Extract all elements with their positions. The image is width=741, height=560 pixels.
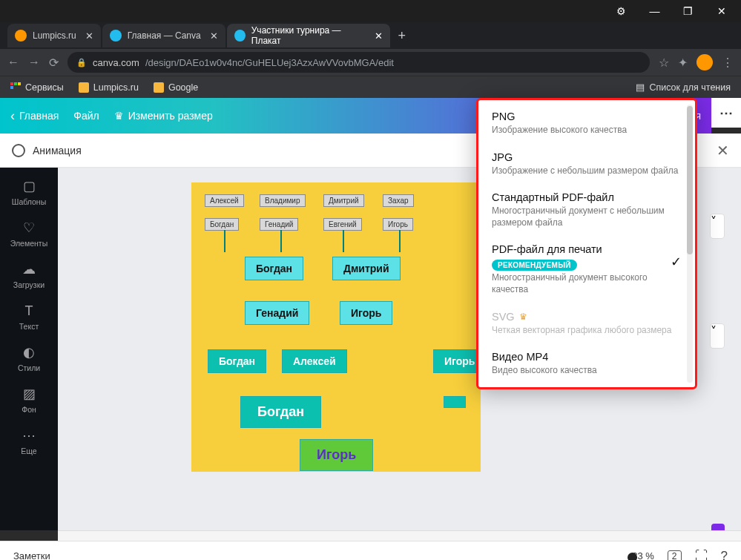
tab-label: Главная — Canva [128,30,201,41]
filetype-option-svg[interactable]: SVG♛ Четкая векторная графика любого раз… [478,303,695,344]
extensions-icon[interactable]: ✦ [678,56,688,70]
animation-button[interactable]: Анимация [33,145,82,157]
browser-tab[interactable]: Lumpics.ru ✕ [7,24,101,47]
lock-icon: 🔒 [76,58,87,67]
bracket-box[interactable]: Алексей [282,349,347,373]
crown-icon: ♛ [519,312,527,322]
text-icon: T [21,303,37,319]
favicon-icon [110,30,122,42]
crown-icon: ♛ [114,110,124,122]
bracket-box[interactable]: Генадий [245,301,309,325]
page-count[interactable]: 2 [668,550,682,561]
bracket-box[interactable]: Богдан [245,257,303,280]
templates-icon: ▢ [21,178,37,194]
browser-menu-icon[interactable]: ⋮ [722,56,734,70]
url-input[interactable]: 🔒 canva.com/design/DAEo1w0v4nc/GuHELUej3… [67,52,650,73]
bookmark-item[interactable]: Lumpics.ru [79,82,139,93]
tab-label: Участники турнира — Плакат [251,25,366,46]
bracket-box[interactable]: Богдан [205,218,239,231]
sidebar-item-uploads[interactable]: ☁Загрузки [0,255,58,295]
panel-field[interactable]: ˅ [710,323,725,349]
nav-reload-icon[interactable]: ⟳ [49,56,59,70]
browser-tab[interactable]: Участники турнира — Плакат ✕ [227,24,390,47]
bracket-box[interactable]: Дмитрий [323,194,364,207]
animation-icon [12,144,25,157]
browser-tabstrip: Lumpics.ru ✕ Главная — Canva ✕ Участники… [0,22,741,49]
close-icon[interactable]: ✕ [717,142,729,159]
filetype-option-mp4[interactable]: Видео MP4 Видео высокого качества [478,343,695,384]
cloud-upload-icon: ☁ [21,261,37,277]
window-titlebar: ⚙ — ❐ ✕ [0,0,741,22]
bracket-box[interactable]: Владимир [260,194,306,207]
filetype-dropdown[interactable]: PNG Изображение высокого качества JPG Из… [476,98,697,389]
folder-icon [154,82,164,93]
background-icon: ▨ [21,386,37,402]
window-minimize-button[interactable]: — [638,1,671,22]
more-button[interactable]: ⋯ [711,98,741,128]
bracket-box[interactable]: Богдан [240,396,321,428]
window-settings-icon[interactable]: ⚙ [605,1,638,22]
winner-box[interactable]: Игорь [300,439,373,471]
bookmarks-apps[interactable]: Сервисы [10,82,64,93]
filetype-option-png[interactable]: PNG Изображение высокого качества [478,103,695,144]
url-host: canva.com [93,57,139,68]
new-tab-button[interactable]: + [392,25,412,46]
bracket-box[interactable]: Дмитрий [332,257,401,280]
window-maximize-button[interactable]: ❐ [671,1,705,22]
sidebar-item-background[interactable]: ▨Фон [0,380,58,420]
browser-address-bar: ← → ⟳ 🔒 canva.com/design/DAEo1w0v4nc/GuH… [0,49,741,76]
check-icon: ✓ [671,254,682,270]
bracket-box[interactable]: Богдан [208,349,266,373]
file-menu[interactable]: Файл [73,110,99,122]
more-icon: ⋯ [21,427,37,444]
help-icon[interactable]: ? [721,549,728,561]
filetype-option-jpg[interactable]: JPG Изображение с небольшим размером фай… [478,144,695,185]
notes-button[interactable]: Заметки [13,550,50,560]
sidebar-item-elements[interactable]: ♡Элементы [0,214,58,254]
sidebar-item-templates[interactable]: ▢Шаблоны [0,172,58,212]
design-canvas[interactable]: Алексей Владимир Дмитрий Захар Богдан Ге… [191,182,481,472]
bracket-box[interactable]: Игорь [340,301,392,325]
window-close-button[interactable]: ✕ [705,1,738,22]
download-button[interactable] [711,524,725,530]
reading-list-button[interactable]: ▤ Список для чтения [636,82,731,93]
home-button[interactable]: ‹Главная [10,108,59,124]
dropdown-scrollbar[interactable] [687,105,693,383]
folder-icon [79,82,89,93]
fullscreen-icon[interactable]: ⛶ [695,549,708,561]
panel-field[interactable]: ˅ [710,214,725,239]
sidebar-item-styles[interactable]: ◐Стили [0,338,58,378]
recommended-badge: РЕКОМЕНДУЕМЫЙ [492,260,577,271]
bracket-box[interactable]: Алексей [205,194,244,207]
palette-icon: ◐ [21,344,37,360]
nav-back-icon[interactable]: ← [7,56,19,69]
tab-label: Lumpics.ru [33,30,76,41]
bottom-bar: Заметки 33 % 2 ⛶ ? [0,541,741,560]
url-path: /design/DAEo1w0v4nc/GuHELUej3AzxAwVVovbM… [145,57,394,68]
bookmark-item[interactable]: Google [154,82,198,93]
favicon-icon [15,30,27,42]
grid-icon [10,82,21,93]
horizontal-scrollbar[interactable] [58,530,741,541]
tab-close-icon[interactable]: ✕ [210,30,218,42]
tab-close-icon[interactable]: ✕ [375,30,383,42]
bracket-box[interactable]: Захар [383,194,414,207]
browser-tab[interactable]: Главная — Canva ✕ [102,24,225,47]
bracket-box[interactable]: Генадий [260,218,298,231]
sidebar-item-more[interactable]: ⋯Еще [0,421,58,461]
chevron-left-icon: ‹ [10,108,15,124]
profile-avatar[interactable] [696,54,713,70]
bookmarks-bar: Сервисы Lumpics.ru Google ▤ Список для ч… [0,76,741,98]
filetype-option-pdf-standard[interactable]: Стандартный PDF-файл Многостраничный док… [478,184,695,236]
tab-close-icon[interactable]: ✕ [85,30,93,42]
left-sidebar: ▢Шаблоны ♡Элементы ☁Загрузки TТекст ◐Сти… [0,168,58,530]
elements-icon: ♡ [21,220,37,236]
nav-forward-icon[interactable]: → [28,56,40,69]
filetype-option-pdf-print[interactable]: PDF-файл для печати РЕКОМЕНДУЕМЫЙ Многос… [478,236,695,303]
star-icon[interactable]: ☆ [659,56,669,70]
favicon-icon [234,30,246,42]
resize-button[interactable]: ♛Изменить размер [114,110,213,122]
sidebar-item-text[interactable]: TТекст [0,297,58,337]
bracket-box[interactable]: Игорь [383,218,413,231]
bracket-box[interactable]: Евгений [323,218,362,231]
